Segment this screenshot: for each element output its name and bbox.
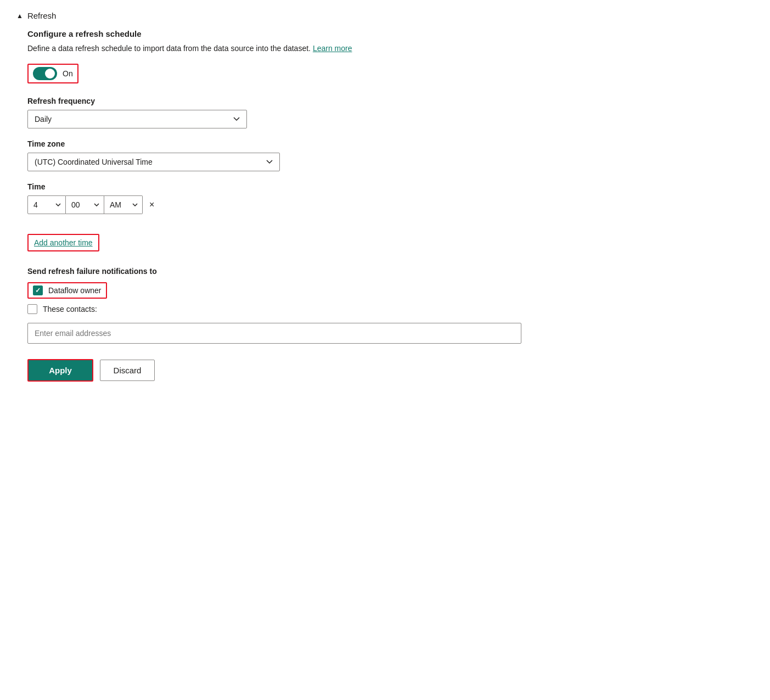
notifications-section: Send refresh failure notifications to Da… bbox=[27, 267, 754, 344]
learn-more-link[interactable]: Learn more bbox=[313, 44, 352, 53]
section-header: ▲ Refresh bbox=[16, 11, 754, 20]
description: Define a data refresh schedule to import… bbox=[27, 44, 754, 53]
time-zone-label: Time zone bbox=[27, 139, 754, 148]
time-zone-group: Time zone (UTC) Coordinated Universal Ti… bbox=[27, 139, 754, 171]
configure-title: Configure a refresh schedule bbox=[27, 29, 754, 38]
time-label: Time bbox=[27, 182, 754, 191]
notifications-title: Send refresh failure notifications to bbox=[27, 267, 754, 276]
these-contacts-checkbox[interactable] bbox=[27, 304, 37, 314]
toggle-container: On bbox=[27, 64, 78, 83]
apply-button[interactable]: Apply bbox=[27, 359, 93, 382]
action-buttons: Apply Discard bbox=[27, 359, 754, 382]
time-remove-button[interactable]: × bbox=[147, 198, 156, 212]
discard-button[interactable]: Discard bbox=[100, 360, 155, 381]
time-zone-select[interactable]: (UTC) Coordinated Universal Time (UTC+01… bbox=[27, 153, 280, 171]
add-another-time-container: Add another time bbox=[27, 225, 754, 251]
dataflow-owner-label: Dataflow owner bbox=[48, 286, 102, 295]
dataflow-owner-checkbox[interactable] bbox=[33, 285, 43, 295]
toggle-slider bbox=[33, 67, 57, 80]
section-title: Refresh bbox=[27, 11, 57, 20]
time-row: 1 2 3 4 5 6 7 8 9 10 11 12 00 15 30 45 A… bbox=[27, 195, 754, 214]
time-hour-select[interactable]: 1 2 3 4 5 6 7 8 9 10 11 12 bbox=[27, 195, 66, 214]
add-another-time-link[interactable]: Add another time bbox=[27, 234, 99, 251]
email-input[interactable] bbox=[27, 323, 521, 344]
refresh-toggle[interactable] bbox=[33, 67, 57, 80]
time-group: Time 1 2 3 4 5 6 7 8 9 10 11 12 00 15 30… bbox=[27, 182, 754, 214]
refresh-frequency-label: Refresh frequency bbox=[27, 97, 754, 105]
these-contacts-label: These contacts: bbox=[43, 305, 97, 313]
dataflow-owner-row: Dataflow owner bbox=[27, 282, 754, 299]
toggle-label: On bbox=[63, 69, 73, 78]
time-ampm-select[interactable]: AM PM bbox=[104, 195, 143, 214]
triangle-icon: ▲ bbox=[16, 12, 23, 20]
refresh-frequency-select[interactable]: Daily Weekly Monthly bbox=[27, 110, 247, 128]
time-minute-select[interactable]: 00 15 30 45 bbox=[66, 195, 104, 214]
dataflow-owner-wrapper: Dataflow owner bbox=[27, 282, 107, 299]
these-contacts-row: These contacts: bbox=[27, 304, 754, 314]
refresh-frequency-group: Refresh frequency Daily Weekly Monthly bbox=[27, 97, 754, 128]
